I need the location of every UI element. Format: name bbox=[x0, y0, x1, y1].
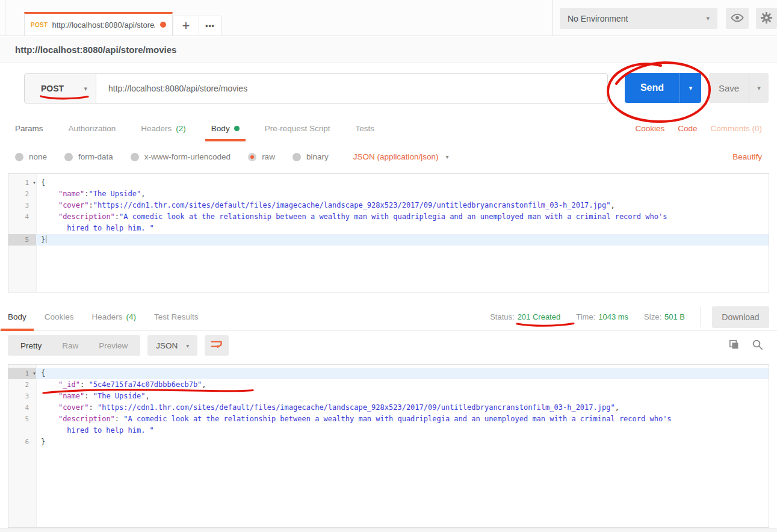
chevron-down-icon: ▾ bbox=[689, 84, 693, 92]
radio-icon bbox=[15, 153, 23, 161]
radio-raw[interactable]: raw bbox=[248, 152, 275, 161]
wrap-text-icon bbox=[210, 339, 223, 353]
tab-body[interactable]: Body bbox=[211, 114, 240, 143]
code-line[interactable]: 4 "description":"A comedic look at the r… bbox=[8, 211, 769, 223]
header-tab-bar: POST http://localhost:8080/api/store/ + … bbox=[0, 0, 777, 36]
code-line[interactable]: 6} bbox=[8, 436, 769, 448]
tab-pre-request-script[interactable]: Pre-request Script bbox=[265, 114, 330, 143]
body-type-row: none form-data x-www-form-urlencoded raw… bbox=[0, 143, 777, 171]
url-input[interactable]: http://localhost:8080/api/store/movies bbox=[96, 73, 608, 104]
header-divider bbox=[552, 0, 553, 36]
code-line[interactable]: 2 "name":"The Upside", bbox=[8, 188, 769, 200]
line-number bbox=[8, 223, 36, 234]
comments-link[interactable]: Comments (0) bbox=[710, 124, 762, 133]
search-response-button[interactable] bbox=[752, 339, 763, 353]
environment-select[interactable]: No Environment ▾ bbox=[560, 8, 717, 29]
radio-selected-icon bbox=[248, 153, 256, 161]
tab-tests[interactable]: Tests bbox=[355, 114, 374, 143]
tab-headers[interactable]: Headers(2) bbox=[141, 114, 186, 143]
beautify-link[interactable]: Beautify bbox=[732, 152, 762, 161]
line-number: 1▾ bbox=[8, 368, 36, 379]
annotation-status-underline bbox=[516, 321, 575, 328]
vertical-divider bbox=[701, 307, 701, 327]
status-value: 201 Created bbox=[518, 312, 561, 321]
tab-params[interactable]: Params bbox=[15, 114, 43, 143]
send-button[interactable]: Send bbox=[625, 73, 679, 103]
code-line[interactable]: hired to help him. " bbox=[8, 223, 769, 234]
code-line[interactable]: 1▾{ bbox=[8, 368, 769, 379]
wrap-text-button[interactable] bbox=[205, 335, 229, 356]
response-headers-count-badge: (4) bbox=[126, 312, 137, 321]
request-tabs: Params Authorization Headers(2) Body Pre… bbox=[0, 114, 777, 143]
time-value: 1043 ms bbox=[598, 312, 628, 321]
radio-form-data[interactable]: form-data bbox=[64, 152, 113, 161]
method-select[interactable]: POST ▾ bbox=[24, 73, 96, 104]
response-view-switcher: Pretty Raw Preview bbox=[8, 335, 140, 356]
code-line[interactable]: 5} bbox=[8, 234, 769, 246]
tab-test-results[interactable]: Test Results bbox=[154, 303, 199, 330]
code-line[interactable]: 3 "cover":"https://cdn1.thr.com/sites/de… bbox=[8, 200, 769, 211]
radio-binary[interactable]: binary bbox=[293, 152, 329, 161]
response-format-select[interactable]: JSON ▾ bbox=[147, 335, 197, 356]
download-button[interactable]: Download bbox=[712, 306, 769, 328]
code-line[interactable]: 5 "description": "A comedic look at the … bbox=[8, 413, 769, 425]
view-pretty[interactable]: Pretty bbox=[10, 341, 52, 350]
code-line[interactable]: 1▾{ bbox=[8, 177, 769, 188]
fold-caret-icon[interactable]: ▾ bbox=[33, 177, 36, 188]
view-raw[interactable]: Raw bbox=[52, 341, 88, 350]
radio-x-www-form-urlencoded[interactable]: x-www-form-urlencoded bbox=[131, 152, 231, 161]
request-title-bar: http://localhost:8080/api/store/movies bbox=[0, 37, 777, 63]
code-line[interactable]: 4 "cover": "https://cdn1.thr.com/sites/d… bbox=[8, 402, 769, 413]
settings-button[interactable] bbox=[756, 8, 777, 29]
tab-response-headers[interactable]: Headers(4) bbox=[92, 303, 137, 330]
radio-icon bbox=[64, 153, 73, 161]
radio-icon bbox=[131, 153, 139, 161]
body-present-dot-icon bbox=[234, 126, 240, 131]
request-body-editor[interactable]: 1▾{2 "name":"The Upside",3 "cover":"http… bbox=[8, 173, 769, 292]
save-button-group: Save ▾ bbox=[709, 73, 769, 103]
size-badge: Size:501 B bbox=[644, 312, 685, 321]
tab-authorization[interactable]: Authorization bbox=[69, 114, 116, 143]
chevron-down-icon: ▾ bbox=[186, 342, 189, 349]
send-options-button[interactable]: ▾ bbox=[679, 73, 701, 103]
cookies-link[interactable]: Cookies bbox=[635, 124, 664, 133]
line-number: 3 bbox=[8, 200, 36, 211]
view-preview[interactable]: Preview bbox=[88, 341, 138, 350]
content-type-select[interactable]: JSON (application/json) ▾ bbox=[353, 152, 449, 161]
eye-icon bbox=[731, 13, 744, 24]
code-link[interactable]: Code bbox=[678, 124, 697, 133]
line-number: 2 bbox=[8, 188, 36, 200]
code-line[interactable]: 3 "name": "The Upside", bbox=[8, 391, 769, 402]
line-number: 2 bbox=[8, 379, 36, 391]
more-tabs-button[interactable]: ••• bbox=[199, 16, 221, 36]
environment-quicklook-button[interactable] bbox=[726, 8, 749, 29]
save-button[interactable]: Save bbox=[709, 73, 749, 103]
tab-method-badge: POST bbox=[31, 22, 48, 28]
line-number: 1▾ bbox=[8, 177, 36, 188]
code-line[interactable]: 2 "_id": "5c4e715fa74c07dbbb6ecb7b", bbox=[8, 379, 769, 391]
annotation-post-underline bbox=[40, 94, 89, 101]
fold-caret-icon[interactable]: ▾ bbox=[33, 368, 36, 379]
radio-none[interactable]: none bbox=[15, 152, 47, 161]
request-tab[interactable]: POST http://localhost:8080/api/store/ bbox=[24, 12, 173, 36]
chevron-down-icon: ▾ bbox=[445, 153, 448, 160]
response-body-editor[interactable]: 1▾{2 "_id": "5c4e715fa74c07dbbb6ecb7b",3… bbox=[8, 364, 769, 528]
sidebar-edge-divider bbox=[5, 0, 5, 36]
response-format-value: JSON bbox=[156, 341, 178, 350]
tab-url-label: http://localhost:8080/api/store/ bbox=[52, 20, 155, 29]
copy-response-button[interactable] bbox=[728, 339, 740, 353]
size-value: 501 B bbox=[664, 312, 685, 321]
request-title: http://localhost:8080/api/store/movies bbox=[15, 45, 176, 55]
url-input-value: http://localhost:8080/api/store/movies bbox=[108, 84, 247, 93]
unsaved-dot-icon bbox=[160, 22, 166, 28]
line-number: 4 bbox=[8, 211, 36, 223]
line-number bbox=[8, 425, 36, 436]
time-badge: Time:1043 ms bbox=[576, 312, 628, 321]
new-tab-button[interactable]: + bbox=[173, 16, 199, 36]
tab-response-body[interactable]: Body bbox=[8, 303, 26, 330]
tab-strip: POST http://localhost:8080/api/store/ + … bbox=[24, 12, 221, 36]
code-line[interactable]: hired to help him. " bbox=[8, 425, 769, 436]
status-badge: Status:201 Created bbox=[490, 312, 560, 321]
tab-response-cookies[interactable]: Cookies bbox=[45, 303, 74, 330]
save-options-button[interactable]: ▾ bbox=[749, 73, 769, 103]
